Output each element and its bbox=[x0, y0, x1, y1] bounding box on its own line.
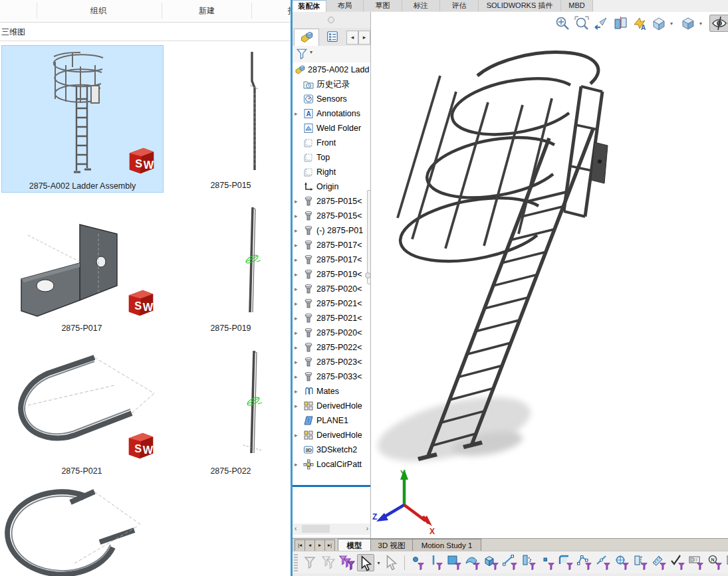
filter-annotations-icon[interactable]: A bbox=[725, 554, 728, 571]
tree-item-weld-folder[interactable]: Weld Folder bbox=[293, 121, 370, 136]
tree-item-plane1[interactable]: PLANE1 bbox=[293, 413, 370, 428]
expand-arrow[interactable]: ▸ bbox=[293, 388, 303, 395]
first-tab-icon[interactable]: |◂ bbox=[295, 539, 305, 551]
filter-faces-icon[interactable] bbox=[446, 554, 463, 571]
tree-item-component[interactable]: ▸2875-P019< bbox=[293, 267, 370, 282]
prev-tab-icon[interactable]: ◂ bbox=[304, 539, 315, 551]
tree-item-component[interactable]: ▸2875-P020< bbox=[293, 282, 370, 296]
filter-dimension-boxes-icon[interactable] bbox=[688, 554, 705, 571]
organize-button[interactable]: 组织 bbox=[37, 0, 160, 21]
expand-arrow[interactable]: ▸ bbox=[293, 286, 303, 292]
file-card-p015[interactable]: 2875-P015 bbox=[172, 45, 290, 191]
tab-markup[interactable]: 标注 bbox=[402, 0, 440, 11]
tree-item-component[interactable]: ▸2875-P015< bbox=[293, 194, 370, 209]
select-tool-caret[interactable]: ▾ bbox=[375, 560, 382, 566]
panel-scroll-left-arrow[interactable]: ◂ bbox=[346, 31, 358, 45]
expand-arrow[interactable]: ▸ bbox=[293, 330, 303, 336]
tree-item-front-plane[interactable]: Front bbox=[293, 136, 370, 150]
tree-item-origin[interactable]: Origin bbox=[293, 179, 370, 194]
expand-arrow[interactable]: ▸ bbox=[293, 271, 303, 278]
file-card-ring-partial[interactable] bbox=[1, 484, 162, 576]
file-card-p019[interactable]: 2875-P019 bbox=[172, 199, 290, 334]
tree-item-derived-pattern[interactable]: ▸DerivedHole bbox=[293, 428, 370, 442]
tree-item-component[interactable]: ▸2875-P020< bbox=[293, 326, 370, 340]
filter-toggle-active-icon[interactable] bbox=[338, 554, 356, 571]
expand-arrow[interactable]: ▸ bbox=[293, 432, 303, 438]
tab-property-manager[interactable] bbox=[320, 29, 344, 45]
file-card-p017[interactable]: 2875-P017 bbox=[1, 199, 162, 334]
tab-mbd[interactable]: MBD bbox=[561, 0, 593, 11]
filter-sketch-segments-icon[interactable] bbox=[502, 554, 519, 571]
expand-arrow[interactable]: ▸ bbox=[293, 198, 303, 205]
tab-assembly[interactable]: 装配体 bbox=[293, 0, 326, 12]
tree-item-component[interactable]: ▸2875-P033< bbox=[293, 369, 370, 384]
expand-arrow[interactable]: ▸ bbox=[293, 315, 303, 322]
filter-stack-icon[interactable] bbox=[320, 554, 337, 571]
tab-model[interactable]: 模型 bbox=[338, 539, 371, 551]
tree-item-component[interactable]: ▸2875-P021< bbox=[293, 311, 370, 326]
filter-mirror-plane-icon[interactable] bbox=[521, 554, 538, 571]
tree-item-component[interactable]: ▸(-) 2875-P01 bbox=[293, 223, 370, 238]
toolbar-grip[interactable] bbox=[294, 554, 298, 571]
graphics-viewport[interactable]: A ▾ ▾ ▾ bbox=[370, 12, 728, 538]
next-tab-icon[interactable]: ▸ bbox=[314, 539, 325, 551]
tree-item-component[interactable]: ▸2875-P015< bbox=[293, 209, 370, 223]
select-tool-icon[interactable] bbox=[357, 554, 374, 571]
filter-vertices-icon[interactable] bbox=[409, 554, 426, 571]
file-card-ladder-assembly[interactable]: 2875-A002 Ladder Assembly bbox=[1, 45, 164, 193]
tab-feature-tree[interactable] bbox=[294, 29, 319, 46]
filter-surface-bodies-icon[interactable] bbox=[465, 554, 482, 571]
tree-item-top-plane[interactable]: Top bbox=[293, 150, 370, 165]
expand-arrow[interactable]: ▸ bbox=[293, 227, 303, 234]
tab-3d-views[interactable]: 3D 视图 bbox=[370, 539, 413, 551]
new-button[interactable]: 新建 bbox=[162, 0, 251, 21]
expand-arrow[interactable]: ▸ bbox=[293, 242, 303, 248]
expand-arrow[interactable]: ▸ bbox=[293, 373, 303, 380]
tree-item-component[interactable]: ▸2875-P023< bbox=[293, 355, 370, 369]
tab-motion-study[interactable]: Motion Study 1 bbox=[412, 539, 481, 551]
tree-item-annotations[interactable]: ▸Annotations bbox=[293, 106, 370, 121]
filter-sketch-points-icon[interactable] bbox=[539, 554, 556, 571]
filter-solid-bodies-icon[interactable] bbox=[483, 554, 501, 571]
filter-frames-icon[interactable] bbox=[558, 554, 575, 571]
file-card-p022[interactable]: 2875-P022 bbox=[172, 344, 290, 477]
last-tab-icon[interactable]: ▸| bbox=[324, 539, 335, 551]
tree-item-circular-pattern[interactable]: ▸LocalCirPatt bbox=[293, 457, 370, 472]
tree-item-component[interactable]: ▸2875-P017< bbox=[293, 252, 370, 267]
tab-layout[interactable]: 布局 bbox=[326, 0, 364, 11]
expand-arrow[interactable]: ▸ bbox=[293, 403, 303, 409]
filter-center-marks-icon[interactable] bbox=[614, 554, 631, 571]
filter-dropdown-caret[interactable]: ▾ bbox=[310, 49, 312, 55]
tree-item-derived-pattern[interactable]: ▸DerivedHole bbox=[293, 399, 370, 413]
tab-addins[interactable]: SOLIDWORKS 插件 bbox=[479, 0, 561, 11]
scroll-right-icon[interactable]: › bbox=[366, 525, 368, 532]
tab-sketch[interactable]: 草图 bbox=[364, 0, 402, 11]
tree-root[interactable]: 2875-A002 Ladd bbox=[293, 62, 370, 77]
panel-scroll-right-arrow[interactable]: ▸ bbox=[358, 31, 370, 45]
tree-item-sensors[interactable]: Sensors bbox=[293, 92, 370, 106]
expand-arrow[interactable]: ▸ bbox=[293, 344, 303, 351]
filter-welds-check-icon[interactable] bbox=[669, 554, 687, 571]
filter-single-icon[interactable] bbox=[301, 554, 318, 571]
filter-edges-icon[interactable] bbox=[427, 554, 445, 571]
pin-icon[interactable] bbox=[328, 17, 334, 23]
expand-arrow[interactable]: ▸ bbox=[293, 110, 303, 117]
rollback-bar[interactable] bbox=[293, 485, 370, 487]
filter-axes-icon[interactable] bbox=[595, 554, 612, 571]
filter-reference-planes-icon[interactable] bbox=[632, 554, 650, 571]
scrollbar-thumb[interactable] bbox=[302, 525, 330, 533]
filter-polylines-icon[interactable] bbox=[576, 554, 594, 571]
expand-arrow[interactable]: ▸ bbox=[293, 300, 303, 307]
tree-item-mates[interactable]: ▸Mates bbox=[293, 384, 370, 399]
expand-arrow[interactable]: ▸ bbox=[293, 256, 303, 263]
expand-arrow[interactable]: ▸ bbox=[293, 461, 303, 468]
tree-item-component[interactable]: ▸2875-P017< bbox=[293, 238, 370, 252]
file-card-p021[interactable]: 2875-P021 bbox=[1, 344, 162, 477]
magnified-selection-icon[interactable] bbox=[383, 554, 400, 571]
scroll-left-icon[interactable]: ‹ bbox=[295, 525, 297, 532]
tab-evaluate[interactable]: 评估 bbox=[440, 0, 479, 11]
expand-arrow[interactable]: ▸ bbox=[293, 213, 303, 219]
tree-item-right-plane[interactable]: Right bbox=[293, 165, 370, 179]
filter-notes-icon[interactable]: N bbox=[707, 554, 724, 571]
tree-item-component[interactable]: ▸2875-P021< bbox=[293, 296, 370, 311]
